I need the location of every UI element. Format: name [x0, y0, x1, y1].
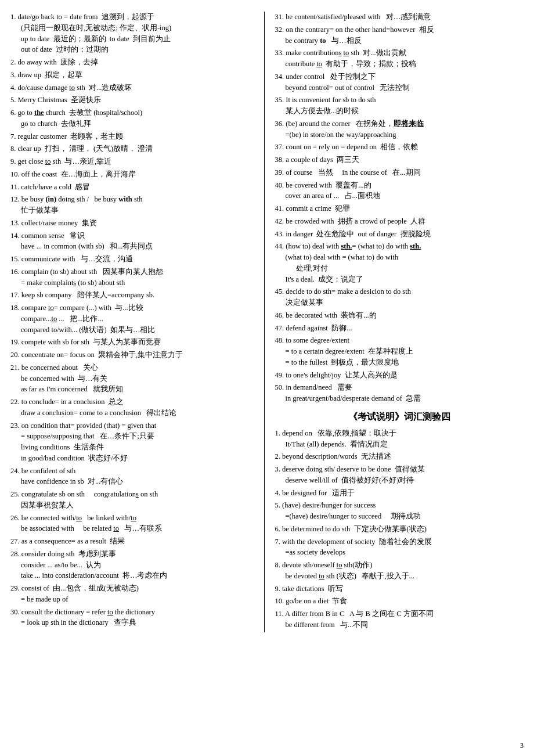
- vocab-entry-3: 3. deserve doing sth/ deserve to be done…: [275, 464, 524, 486]
- entry-35: 35. It is convenient for sb to do sth 某人…: [275, 95, 524, 117]
- vocab-entry-2: 2. beyond description/words 无法描述: [275, 451, 524, 462]
- left-column: 1. date/go back to = date from 追溯到，起源于 (…: [10, 12, 265, 632]
- entry-44: 44. (how to) deal with sth.= (what to) d…: [275, 241, 524, 285]
- entry-39: 39. of course 当然 in the course of 在...期间: [275, 167, 524, 178]
- entry-45: 45. decide to do sth= make a desicion to…: [275, 286, 524, 308]
- page-number: 3: [520, 741, 524, 750]
- vocab-entry-1: 1. depend on 依靠,依赖,指望；取决于 It/That (all) …: [275, 428, 524, 450]
- entry-2: 2. do away with 废除，去掉: [10, 57, 259, 68]
- entry-36: 36. (be) around the corner 在拐角处，即将来临 =(b…: [275, 118, 524, 141]
- entry-14: 14. common sense 常识 have ... in common (…: [10, 231, 259, 253]
- entry-13: 13. collect/raise money 集资: [10, 218, 259, 229]
- entry-9: 9. get close to sth 与…亲近,靠近: [10, 156, 259, 167]
- entry-4: 4. do/cause damage to sth 对...造成破坏: [10, 82, 259, 93]
- entry-12: 12. be busy (in) doing sth / be busy wit…: [10, 194, 259, 216]
- entry-16: 16. complain (to sb) about sth 因某事向某人抱怨 …: [10, 267, 259, 289]
- entry-8: 8. clear up 打扫， 清理， (天气)放晴， 澄清: [10, 143, 259, 154]
- entry-3: 3. draw up 拟定，起草: [10, 70, 259, 81]
- entry-26: 26. be connected with/to be linked with/…: [10, 513, 259, 535]
- entry-50: 50. in demand/need 需要 in great/urgent/ba…: [275, 382, 524, 404]
- entry-25: 25. congratulate sb on sth congratulatio…: [10, 489, 259, 511]
- entry-43: 43. in danger 处在危险中 out of danger 摆脱险境: [275, 229, 524, 240]
- entry-33: 33. make contributions to sth 对...做出贡献 c…: [275, 48, 524, 70]
- entry-30: 30. consult the dictionary = refer to th…: [10, 607, 259, 629]
- entry-40: 40. be covered with 覆盖有...的 cover an are…: [275, 180, 524, 202]
- entry-15: 15. communicate with 与…交流，沟通: [10, 254, 259, 265]
- entry-20: 20. concentrate on= focus on 聚精会神于,集中注意力…: [10, 350, 259, 361]
- entry-27: 27. as a consequence= as a result 结果: [10, 536, 259, 547]
- entry-23: 23. on condition that= provided (that) =…: [10, 420, 259, 464]
- entry-21: 21. be concerned about 关心 be concerned w…: [10, 362, 259, 395]
- entry-19: 19. compete with sb for sth 与某人为某事而竞赛: [10, 337, 259, 348]
- entry-5: 5. Merry Christmas 圣诞快乐: [10, 95, 259, 106]
- entry-22: 22. to conclude= in a conclusion 总之 draw…: [10, 397, 259, 419]
- page-container: 1. date/go back to = date from 追溯到，起源于 (…: [10, 12, 524, 632]
- entry-37: 37. count on = rely on = depend on 相信，依赖: [275, 142, 524, 153]
- entry-31: 31. be content/satisfied/pleased with 对……: [275, 12, 524, 23]
- vocab-entry-8: 8. devote sth/oneself to sth(动作) be devo…: [275, 560, 524, 582]
- vocab-entry-11: 11. A differ from B in C A 与 B 之间在 C 方面不…: [275, 609, 524, 631]
- vocab-entry-7: 7. with the development of society 随着社会的…: [275, 537, 524, 559]
- entry-1: 1. date/go back to = date from 追溯到，起源于 (…: [10, 12, 259, 55]
- vocab-entry-6: 6. be determined to do sth 下定决心做某事(状态): [275, 524, 524, 535]
- entry-42: 42. be crowded with 拥挤 a crowd of people…: [275, 216, 524, 227]
- entry-28: 28. consider doing sth 考虑到某事 consider ..…: [10, 549, 259, 581]
- entry-10: 10. off the coast 在…海面上，离开海岸: [10, 169, 259, 180]
- entry-38: 38. a couple of days 两三天: [275, 154, 524, 165]
- entry-34: 34. under control 处于控制之下 beyond control=…: [275, 71, 524, 93]
- entry-47: 47. defend against 防御...: [275, 323, 524, 334]
- entry-32: 32. on the contrary= on the other hand=h…: [275, 24, 524, 46]
- entry-7: 7. regular customer 老顾客，老主顾: [10, 131, 259, 142]
- section-title: 《考试说明》词汇测验四: [275, 411, 524, 423]
- entry-18: 18. compare to= compare (...) with 与...比…: [10, 303, 259, 335]
- vocab-entry-10: 10. go/be on a diet 节食: [275, 596, 524, 607]
- entry-6: 6. go to the church 去教堂 (hospital/school…: [10, 107, 259, 129]
- entry-46: 46. be decorated with 装饰有...的: [275, 310, 524, 321]
- vocab-entry-9: 9. take dictations 听写: [275, 584, 524, 595]
- right-column: 31. be content/satisfied/pleased with 对……: [270, 12, 524, 632]
- entry-17: 17. keep sb company 陪伴某人=accompany sb.: [10, 290, 259, 301]
- entry-49: 49. to one's delight/joy 让某人高兴的是: [275, 370, 524, 381]
- entry-29: 29. consist of 由...包含，组成(无被动态) = be made…: [10, 583, 259, 605]
- vocab-entry-4: 4. be designed for 适用于: [275, 488, 524, 499]
- entry-11: 11. catch/have a cold 感冒: [10, 182, 259, 193]
- vocab-entry-5: 5. (have) desire/hunger for success =(ha…: [275, 500, 524, 522]
- entry-41: 41. commit a crime 犯罪: [275, 203, 524, 214]
- entry-48: 48. to some degree/extent = to a certain…: [275, 335, 524, 368]
- entry-24: 24. be confident of sth have confidence …: [10, 466, 259, 488]
